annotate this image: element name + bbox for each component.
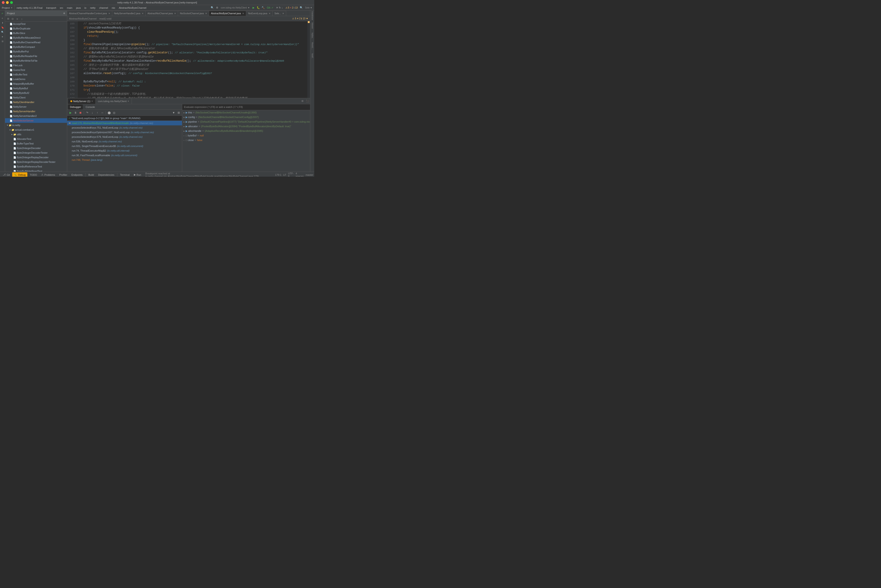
tree-item-bytebufferreaderfile[interactable]: 📄 ByteBufferReaderFile <box>5 54 67 58</box>
git-button[interactable]: ⎇ Git <box>1 172 12 177</box>
debug-tab-nettyclient[interactable]: com.tuling.nio.NettyClient ✕ <box>96 99 132 104</box>
menu-channel[interactable]: channel <box>97 6 110 10</box>
project-menu[interactable]: Project ▼ <box>0 5 15 10</box>
tree-item-leakdemo[interactable]: 📄 LeakDemo <box>5 77 67 81</box>
tree-item-actual-combat[interactable]: ▸ 📁 actual.combat.e1 <box>5 128 67 132</box>
close-icon[interactable]: ✕ <box>91 100 93 102</box>
var-allocator[interactable]: ▸ ▶ allocator = {PooledByteBufAllocator@… <box>182 124 310 129</box>
maven-panel[interactable]: Maven <box>310 21 314 30</box>
tree-item-byte2integerdecoder[interactable]: 📄 Byte2IntegerDecoder <box>5 146 67 150</box>
minimize-button[interactable] <box>6 1 9 4</box>
close-icon[interactable]: ✕ <box>205 12 207 15</box>
frame-item-2[interactable]: processSelectedKeysOptimized:667, NioEve… <box>67 130 182 135</box>
mute-breakpoints-icon[interactable]: ◎ <box>112 110 116 115</box>
sort-icon[interactable]: ↕ <box>20 17 24 21</box>
problems-button[interactable]: ⚠ Problems <box>39 172 57 177</box>
menu-module[interactable]: transport <box>44 6 58 10</box>
var-bytebuf[interactable]: ▸ □ byteBuf = null <box>182 133 310 138</box>
frame-item-4[interactable]: run:536, NioEventLoop (io.netty.channel.… <box>67 139 182 144</box>
maximize-button[interactable] <box>10 1 13 4</box>
gear-icon[interactable]: ⚙ <box>63 12 65 15</box>
var-close[interactable]: ▸ □ close = false <box>182 138 310 142</box>
project-icon[interactable]: P <box>0 12 4 16</box>
dependencies-button[interactable]: Dependencies <box>96 172 116 177</box>
rest-panel[interactable]: RestS... <box>310 41 314 51</box>
frame-item-5[interactable]: run:931, SingleThreadEventExecutor$5 (io… <box>67 144 182 148</box>
close-icon[interactable]: ✕ <box>282 12 284 15</box>
frame-item-8[interactable]: run:748, Thread (java.lang) <box>67 158 182 162</box>
tree-item-utils[interactable]: ▸ 📁 utils <box>5 132 67 136</box>
var-alloc-handle[interactable]: ▸ ▶ allocHandle = {AdaptiveRecvByteBufAl… <box>182 129 310 133</box>
code-content[interactable]: // socketChannel已经关闭 if (shouldBreakRead… <box>78 21 307 98</box>
tab-niosocketchannel[interactable]: NioSocketChannel.java ✕ <box>178 11 209 16</box>
resume-icon[interactable]: ▶ <box>68 110 73 115</box>
menu-netty[interactable]: netty <box>88 6 97 10</box>
run-actions[interactable]: ✕ ↻ ↓ <box>275 6 284 9</box>
menu-io[interactable]: io <box>82 6 88 10</box>
var-pipeline[interactable]: ▸ ▶ pipeline = {DefaultChannelPipeline@1… <box>182 119 310 124</box>
pause-icon[interactable]: ⏸ <box>73 110 78 115</box>
tree-item-bytebuf-write-read[interactable]: 📄 ByteBufWriteReadTest <box>5 169 67 172</box>
var-config[interactable]: ▸ ▶ config = {NioSocketChannel$NioSocket… <box>182 115 310 119</box>
tree-item-bytebuf-channelread[interactable]: 📄 ByteBufferChannelRead <box>5 40 67 45</box>
close-icon[interactable]: ✕ <box>108 12 110 15</box>
database-panel[interactable]: Database <box>310 11 314 20</box>
tree-item-nettyserverhandler2[interactable]: 📄 NettyServerHandler2 <box>5 114 67 118</box>
frame-item-3[interactable]: processSelectedKeys:579, NioEventLoop (i… <box>67 135 182 139</box>
tree-item-intbuffertest[interactable]: 📄 IntBufferTest <box>5 72 67 77</box>
debug-button[interactable]: 🐛 Debug <box>12 172 27 177</box>
terminal-button[interactable]: Terminal <box>118 172 132 177</box>
tree-item-byte2integerreplay[interactable]: 📄 Byte2IntegerReplayDecoder <box>5 155 67 160</box>
tree-item-guesstest[interactable]: 📄 GuessTest <box>5 68 67 72</box>
code-editor[interactable]: 155 156 157 158 159 160 161 162 163 164 … <box>67 21 310 98</box>
tree-item-nettyclient[interactable]: 📄 NettyClient <box>5 95 67 100</box>
vcs-selector[interactable]: com.tuling.nio.NettyClient ▼ <box>220 6 251 9</box>
step-out-icon[interactable]: ↑ <box>95 110 100 115</box>
tree-item-accepttest[interactable]: 📄 AcceptTest <box>5 22 67 26</box>
filter-settings-icon[interactable]: ⊞ <box>177 110 181 115</box>
run-icon[interactable]: ▶ <box>252 6 256 10</box>
menu-src[interactable]: src <box>58 6 65 10</box>
tab-abstract-nio-channel[interactable]: AbstractNioChannel.java ✕ <box>145 11 178 16</box>
menu-project[interactable]: netty-netty-4.1.38.Final <box>15 6 44 10</box>
tree-item-nettyclienthandler[interactable]: 📄 NettyClientHandler <box>5 100 67 105</box>
debug-maximize-icon[interactable]: ⬛ <box>306 100 309 103</box>
commit-icon[interactable]: ⬆ <box>0 21 4 25</box>
var-this[interactable]: ▸ ▶ this = {NioSocketChannel$NioSocketCh… <box>182 110 310 115</box>
find-icon[interactable]: 🔍 <box>0 30 4 34</box>
tree-item-bytebuffer-compact[interactable]: 📄 ByteBufferCompact <box>5 45 67 49</box>
close-icon[interactable]: ✕ <box>142 12 144 15</box>
tree-item-nettyserver[interactable]: 📄 NettyServer <box>5 105 67 109</box>
notifications-panel[interactable]: Notif.. <box>310 51 314 61</box>
bookmarks-icon[interactable]: 🔖 <box>0 25 4 30</box>
tree-item-bufferslice[interactable]: 📄 BufferSlice <box>5 31 67 35</box>
tree-item-buffertypetest[interactable]: 📄 BufferTypeTest <box>5 141 67 146</box>
frame-item-7[interactable]: run:30, FastThreadLocalRunnable (io.nett… <box>67 153 182 158</box>
settings-icon[interactable]: ⚙ <box>215 6 219 10</box>
tree-item-allocatortest[interactable]: 📄 AllocatorTest <box>5 136 67 141</box>
build-icon[interactable]: 🔨 <box>261 6 265 10</box>
tab-nioeventloop[interactable]: NioEventLoop.java ✕ <box>246 11 273 16</box>
tab-sele[interactable]: Sele... ✕ <box>273 11 286 16</box>
myba-panel[interactable]: Myba.. <box>310 31 314 40</box>
breadcrumb-class[interactable]: AbstractNioByteChannel <box>69 17 97 20</box>
tree-item-nettyserverhandler[interactable]: 📄 NettyServerHandler <box>5 109 67 114</box>
menu-java[interactable]: java <box>74 6 82 10</box>
filter-icon[interactable]: ▼ <box>171 110 176 115</box>
close-button[interactable] <box>2 1 4 4</box>
run-button[interactable]: ▶ Run <box>132 172 143 177</box>
select-dropdown[interactable]: Sele▼ <box>304 6 313 9</box>
tree-item-bufferduplicate[interactable]: 📄 BufferDuplicate <box>5 26 67 31</box>
collapse-icon[interactable]: ⊞ <box>6 17 10 21</box>
subtab-debugger[interactable]: Debugger <box>68 105 83 110</box>
run-to-cursor-icon[interactable]: ↔ <box>100 110 105 115</box>
frame-item-0[interactable]: ⮕ read:179, AbstractNioByteChannel$NioBy… <box>67 121 182 125</box>
view-breakpoints-icon[interactable]: ⬤ <box>107 110 111 115</box>
debug-settings-icon[interactable]: ⚙ <box>300 100 305 103</box>
tree-item-nioselectorserver[interactable]: 📄 NioSelectorServer <box>5 118 67 123</box>
tree-item-bytebuf-reference[interactable]: 📄 ByteBufReferenceTest <box>5 164 67 169</box>
menu-class[interactable]: AbstractNioByteChannel <box>117 6 148 10</box>
menu-main[interactable]: main <box>65 6 74 10</box>
profiler-button[interactable]: Profiler <box>57 172 69 177</box>
tab-abstract-channel-handler[interactable]: AbstractChannelHandlerContext.java ✕ <box>67 11 112 16</box>
